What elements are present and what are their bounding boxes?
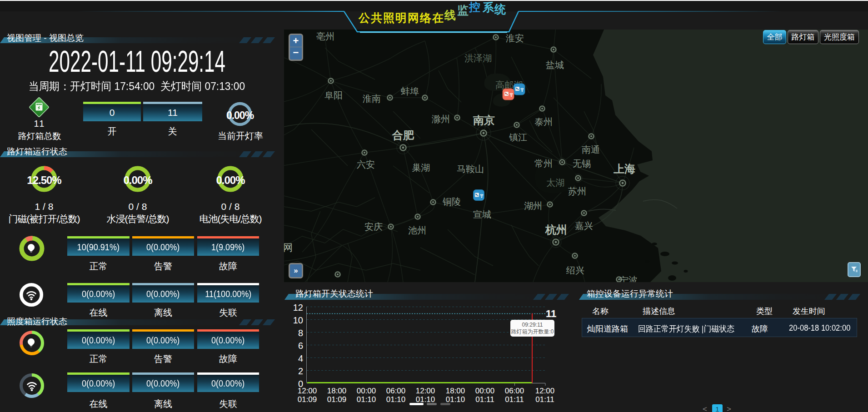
svg-text:常州: 常州 <box>534 159 553 169</box>
svg-text:马鞍山: 马鞍山 <box>457 164 484 174</box>
svg-text:太湖: 太湖 <box>546 178 564 188</box>
svg-text:苏州: 苏州 <box>568 186 586 196</box>
svg-text:盐城: 盐城 <box>546 60 564 70</box>
svg-text:南通: 南通 <box>582 144 600 154</box>
svg-text:上海: 上海 <box>614 163 635 175</box>
svg-text:无锡: 无锡 <box>573 159 591 169</box>
svg-text:南京: 南京 <box>473 114 495 126</box>
svg-text:六安: 六安 <box>357 159 375 169</box>
svg-text:宣城: 宣城 <box>473 209 491 219</box>
svg-text:洪泽湖: 洪泽湖 <box>464 53 492 63</box>
svg-text:合肥: 合肥 <box>392 129 414 141</box>
svg-text:淮南: 淮南 <box>363 94 381 104</box>
svg-text:杭州: 杭州 <box>545 223 567 236</box>
svg-text:嘉兴: 嘉兴 <box>575 221 593 231</box>
svg-text:池州: 池州 <box>408 225 426 235</box>
svg-text:绍兴: 绍兴 <box>566 265 584 275</box>
svg-text:巢湖: 巢湖 <box>412 163 430 173</box>
svg-text:镇江: 镇江 <box>509 132 527 142</box>
svg-text:阜阳: 阜阳 <box>324 90 343 100</box>
svg-text:蚌埠: 蚌埠 <box>401 86 419 96</box>
svg-text:网: 网 <box>284 242 293 253</box>
svg-text:湖州: 湖州 <box>524 201 542 211</box>
svg-text:滁州: 滁州 <box>432 114 450 124</box>
svg-text:宁波: 宁波 <box>619 275 638 282</box>
svg-text:泰州: 泰州 <box>534 117 553 127</box>
svg-text:安庆: 安庆 <box>364 222 383 232</box>
svg-text:铜陵: 铜陵 <box>443 197 461 207</box>
